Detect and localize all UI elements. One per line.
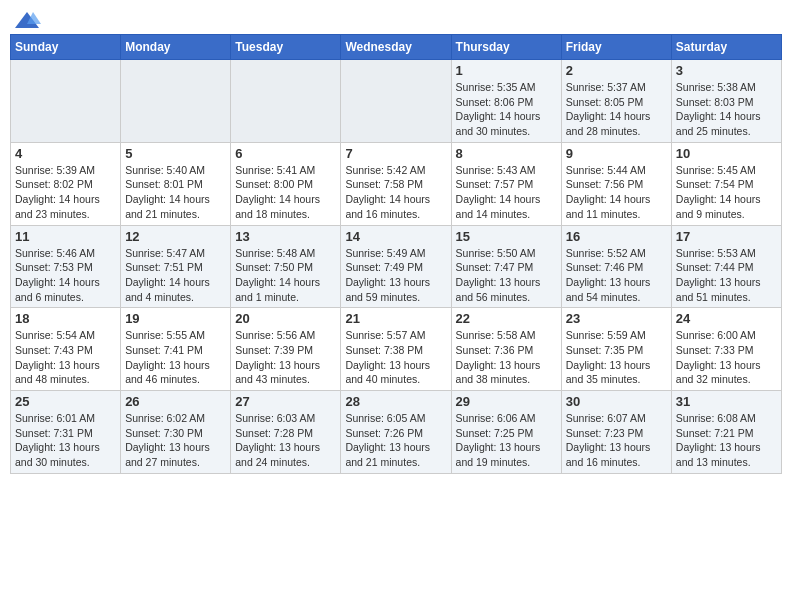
calendar-cell: 18Sunrise: 5:54 AM Sunset: 7:43 PM Dayli… [11,308,121,391]
weekday-header: Sunday [11,35,121,60]
day-number: 28 [345,394,446,409]
calendar-cell: 31Sunrise: 6:08 AM Sunset: 7:21 PM Dayli… [671,391,781,474]
day-info: Sunrise: 5:45 AM Sunset: 7:54 PM Dayligh… [676,163,777,222]
day-info: Sunrise: 5:35 AM Sunset: 8:06 PM Dayligh… [456,80,557,139]
day-number: 10 [676,146,777,161]
day-info: Sunrise: 5:42 AM Sunset: 7:58 PM Dayligh… [345,163,446,222]
calendar-cell: 2Sunrise: 5:37 AM Sunset: 8:05 PM Daylig… [561,60,671,143]
day-number: 15 [456,229,557,244]
day-info: Sunrise: 5:44 AM Sunset: 7:56 PM Dayligh… [566,163,667,222]
day-number: 3 [676,63,777,78]
day-number: 12 [125,229,226,244]
day-number: 20 [235,311,336,326]
day-info: Sunrise: 5:48 AM Sunset: 7:50 PM Dayligh… [235,246,336,305]
calendar-row: 25Sunrise: 6:01 AM Sunset: 7:31 PM Dayli… [11,391,782,474]
day-info: Sunrise: 6:06 AM Sunset: 7:25 PM Dayligh… [456,411,557,470]
calendar-cell: 23Sunrise: 5:59 AM Sunset: 7:35 PM Dayli… [561,308,671,391]
day-info: Sunrise: 6:08 AM Sunset: 7:21 PM Dayligh… [676,411,777,470]
day-info: Sunrise: 5:38 AM Sunset: 8:03 PM Dayligh… [676,80,777,139]
day-number: 13 [235,229,336,244]
day-info: Sunrise: 5:50 AM Sunset: 7:47 PM Dayligh… [456,246,557,305]
day-number: 9 [566,146,667,161]
day-number: 23 [566,311,667,326]
day-number: 25 [15,394,116,409]
calendar-cell: 11Sunrise: 5:46 AM Sunset: 7:53 PM Dayli… [11,225,121,308]
day-info: Sunrise: 5:39 AM Sunset: 8:02 PM Dayligh… [15,163,116,222]
calendar-table: SundayMondayTuesdayWednesdayThursdayFrid… [10,34,782,474]
day-info: Sunrise: 5:43 AM Sunset: 7:57 PM Dayligh… [456,163,557,222]
day-info: Sunrise: 5:57 AM Sunset: 7:38 PM Dayligh… [345,328,446,387]
calendar-cell: 16Sunrise: 5:52 AM Sunset: 7:46 PM Dayli… [561,225,671,308]
day-info: Sunrise: 5:52 AM Sunset: 7:46 PM Dayligh… [566,246,667,305]
calendar-cell: 4Sunrise: 5:39 AM Sunset: 8:02 PM Daylig… [11,142,121,225]
day-number: 24 [676,311,777,326]
logo-icon [13,10,41,32]
calendar-header-row: SundayMondayTuesdayWednesdayThursdayFrid… [11,35,782,60]
calendar-cell: 25Sunrise: 6:01 AM Sunset: 7:31 PM Dayli… [11,391,121,474]
day-info: Sunrise: 5:53 AM Sunset: 7:44 PM Dayligh… [676,246,777,305]
calendar-cell: 14Sunrise: 5:49 AM Sunset: 7:49 PM Dayli… [341,225,451,308]
day-info: Sunrise: 5:47 AM Sunset: 7:51 PM Dayligh… [125,246,226,305]
day-number: 7 [345,146,446,161]
day-info: Sunrise: 6:05 AM Sunset: 7:26 PM Dayligh… [345,411,446,470]
day-info: Sunrise: 5:55 AM Sunset: 7:41 PM Dayligh… [125,328,226,387]
day-info: Sunrise: 5:46 AM Sunset: 7:53 PM Dayligh… [15,246,116,305]
day-number: 19 [125,311,226,326]
weekday-header: Saturday [671,35,781,60]
day-number: 27 [235,394,336,409]
day-number: 18 [15,311,116,326]
day-info: Sunrise: 5:41 AM Sunset: 8:00 PM Dayligh… [235,163,336,222]
day-number: 4 [15,146,116,161]
day-info: Sunrise: 5:54 AM Sunset: 7:43 PM Dayligh… [15,328,116,387]
day-info: Sunrise: 5:40 AM Sunset: 8:01 PM Dayligh… [125,163,226,222]
calendar-cell: 22Sunrise: 5:58 AM Sunset: 7:36 PM Dayli… [451,308,561,391]
calendar-cell: 1Sunrise: 5:35 AM Sunset: 8:06 PM Daylig… [451,60,561,143]
calendar-cell: 27Sunrise: 6:03 AM Sunset: 7:28 PM Dayli… [231,391,341,474]
calendar-row: 11Sunrise: 5:46 AM Sunset: 7:53 PM Dayli… [11,225,782,308]
calendar-cell: 7Sunrise: 5:42 AM Sunset: 7:58 PM Daylig… [341,142,451,225]
logo [10,10,41,28]
weekday-header: Wednesday [341,35,451,60]
calendar-cell [11,60,121,143]
day-number: 30 [566,394,667,409]
day-info: Sunrise: 5:37 AM Sunset: 8:05 PM Dayligh… [566,80,667,139]
day-number: 8 [456,146,557,161]
day-info: Sunrise: 6:03 AM Sunset: 7:28 PM Dayligh… [235,411,336,470]
day-number: 22 [456,311,557,326]
calendar-cell: 26Sunrise: 6:02 AM Sunset: 7:30 PM Dayli… [121,391,231,474]
day-number: 2 [566,63,667,78]
calendar-row: 18Sunrise: 5:54 AM Sunset: 7:43 PM Dayli… [11,308,782,391]
calendar-cell [341,60,451,143]
day-number: 5 [125,146,226,161]
day-info: Sunrise: 5:56 AM Sunset: 7:39 PM Dayligh… [235,328,336,387]
day-number: 21 [345,311,446,326]
day-number: 29 [456,394,557,409]
calendar-cell: 24Sunrise: 6:00 AM Sunset: 7:33 PM Dayli… [671,308,781,391]
calendar-cell [231,60,341,143]
calendar-row: 1Sunrise: 5:35 AM Sunset: 8:06 PM Daylig… [11,60,782,143]
weekday-header: Friday [561,35,671,60]
weekday-header: Tuesday [231,35,341,60]
calendar-cell: 19Sunrise: 5:55 AM Sunset: 7:41 PM Dayli… [121,308,231,391]
day-number: 16 [566,229,667,244]
calendar-cell: 20Sunrise: 5:56 AM Sunset: 7:39 PM Dayli… [231,308,341,391]
calendar-cell: 21Sunrise: 5:57 AM Sunset: 7:38 PM Dayli… [341,308,451,391]
day-number: 31 [676,394,777,409]
day-info: Sunrise: 6:02 AM Sunset: 7:30 PM Dayligh… [125,411,226,470]
weekday-header: Thursday [451,35,561,60]
day-info: Sunrise: 6:01 AM Sunset: 7:31 PM Dayligh… [15,411,116,470]
calendar-row: 4Sunrise: 5:39 AM Sunset: 8:02 PM Daylig… [11,142,782,225]
calendar-cell: 30Sunrise: 6:07 AM Sunset: 7:23 PM Dayli… [561,391,671,474]
calendar-cell: 10Sunrise: 5:45 AM Sunset: 7:54 PM Dayli… [671,142,781,225]
day-number: 17 [676,229,777,244]
day-number: 6 [235,146,336,161]
calendar-cell: 3Sunrise: 5:38 AM Sunset: 8:03 PM Daylig… [671,60,781,143]
calendar-cell: 5Sunrise: 5:40 AM Sunset: 8:01 PM Daylig… [121,142,231,225]
weekday-header: Monday [121,35,231,60]
day-info: Sunrise: 6:07 AM Sunset: 7:23 PM Dayligh… [566,411,667,470]
calendar-cell: 12Sunrise: 5:47 AM Sunset: 7:51 PM Dayli… [121,225,231,308]
calendar-cell: 8Sunrise: 5:43 AM Sunset: 7:57 PM Daylig… [451,142,561,225]
calendar-cell [121,60,231,143]
calendar-cell: 17Sunrise: 5:53 AM Sunset: 7:44 PM Dayli… [671,225,781,308]
day-number: 14 [345,229,446,244]
